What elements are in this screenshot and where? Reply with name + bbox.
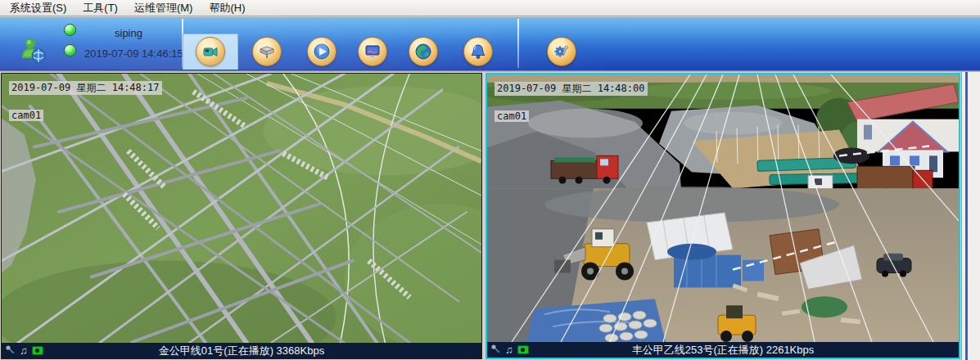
logout-user-icon: [19, 52, 47, 65]
audio-note-icon[interactable]: ♫: [20, 345, 28, 356]
username-text: siping: [115, 27, 142, 39]
video-2-camera-label: cam01: [495, 110, 529, 122]
video-1-camera-label: cam01: [9, 110, 43, 121]
right-video-scene: [487, 74, 959, 342]
microphone-icon[interactable]: [490, 343, 501, 358]
menu-ops-management[interactable]: 运维管理(M): [128, 0, 203, 17]
splitter-accent-line: [965, 72, 968, 360]
video-cell-2-selected[interactable]: 2019-07-09 星期二 14:48:00 cam01 ♫ 丰公甲乙线253…: [485, 73, 960, 359]
telemetry-device-icon: [252, 37, 282, 66]
main-toolbar: 注销 siping 2019-07-09 14:46:15 实时视频 实时测控: [0, 17, 980, 70]
right-edge-splitter[interactable]: [961, 72, 980, 360]
toolbar-separator-2: [517, 19, 519, 68]
playback-icon: [307, 37, 336, 66]
menu-tools[interactable]: 工具(T): [76, 0, 128, 17]
recording-camera-icon[interactable]: [517, 345, 529, 354]
video-2-timestamp: 2019-07-09 星期二 14:48:00: [495, 82, 648, 96]
left-video-scene: [2, 74, 481, 343]
status-led-1: [64, 24, 76, 36]
e-map-globe-icon: [409, 37, 438, 66]
status-led-2: [64, 44, 76, 56]
video-grid: 2019-07-09 星期二 14:48:17 cam01 ♫ 金公甲线01号(…: [0, 72, 980, 360]
recording-camera-icon[interactable]: [32, 346, 43, 355]
alarm-bell-icon: [463, 37, 493, 66]
video-1-timestamp: 2019-07-09 星期二 14:48:17: [9, 81, 162, 95]
menu-bar: 系统设置(S) 工具(T) 运维管理(M) 帮助(H): [0, 0, 980, 16]
video-1-title: 金公甲线01号(正在播放) 3368Kbps: [2, 344, 481, 358]
tv-wall-icon: [358, 37, 387, 66]
local-settings-icon: [547, 37, 576, 66]
microphone-icon[interactable]: [5, 344, 16, 358]
video-2-status-bar: ♫ 丰公甲乙线253号(正在播放) 2261Kbps: [487, 342, 959, 358]
video-1-status-bar: ♫ 金公甲线01号(正在播放) 3368Kbps: [2, 343, 481, 358]
audio-note-icon[interactable]: ♫: [505, 344, 513, 355]
video-1-content: 2019-07-09 星期二 14:48:17 cam01: [2, 74, 481, 343]
video-2-title: 丰公甲乙线253号(正在播放) 2261Kbps: [487, 343, 959, 358]
login-time-text: 2019-07-09 14:46:15: [84, 47, 183, 60]
video-2-content: 2019-07-09 星期二 14:48:00 cam01: [487, 74, 959, 342]
menu-help[interactable]: 帮助(H): [202, 0, 255, 17]
video-camera-icon: [196, 37, 225, 66]
menu-system-settings[interactable]: 系统设置(S): [3, 0, 76, 17]
video-cell-1[interactable]: 2019-07-09 星期二 14:48:17 cam01 ♫ 金公甲线01号(…: [1, 73, 482, 359]
